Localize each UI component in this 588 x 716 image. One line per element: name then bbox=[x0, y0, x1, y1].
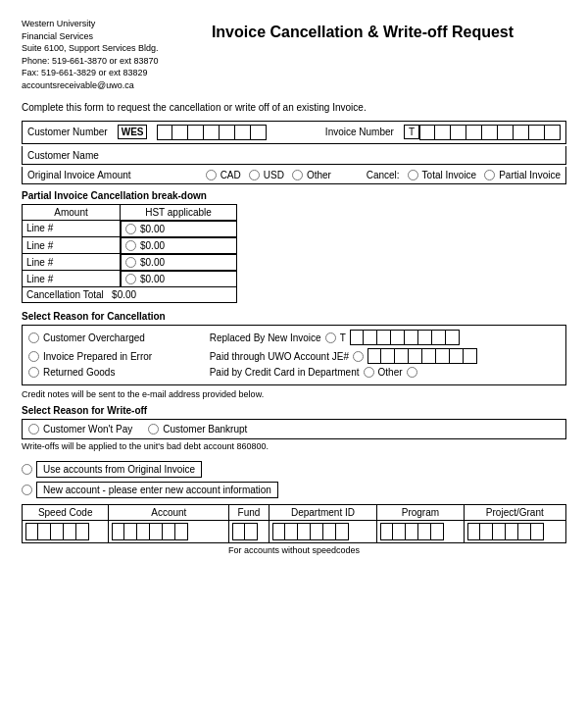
cell[interactable] bbox=[514, 125, 529, 140]
hst-radio[interactable] bbox=[125, 240, 136, 251]
cell[interactable] bbox=[188, 125, 204, 140]
returned-option[interactable]: Returned Goods bbox=[28, 367, 204, 378]
speed-code-cell[interactable] bbox=[23, 521, 109, 543]
cell[interactable] bbox=[432, 330, 446, 345]
hst-radio[interactable] bbox=[125, 257, 136, 268]
je-cells[interactable] bbox=[368, 348, 477, 364]
cell[interactable] bbox=[377, 330, 391, 345]
cell[interactable] bbox=[163, 523, 175, 540]
cell[interactable] bbox=[482, 125, 498, 140]
cell[interactable] bbox=[466, 125, 482, 140]
cell[interactable] bbox=[506, 523, 518, 540]
cell[interactable] bbox=[157, 125, 172, 140]
hst-radio-cell[interactable]: $0.00 bbox=[121, 221, 237, 237]
use-original-option[interactable]: Use accounts from Original Invoice bbox=[22, 461, 566, 478]
cell[interactable] bbox=[422, 348, 436, 364]
other-radio[interactable] bbox=[407, 367, 417, 378]
dept-cell[interactable] bbox=[269, 521, 377, 543]
new-account-option[interactable]: New account - please enter new account i… bbox=[22, 482, 566, 498]
cell[interactable] bbox=[531, 523, 544, 540]
cell[interactable] bbox=[545, 125, 561, 140]
cell[interactable] bbox=[76, 523, 89, 540]
cell[interactable] bbox=[529, 125, 545, 140]
paid-credit-radio[interactable] bbox=[364, 367, 374, 378]
cell[interactable] bbox=[436, 348, 450, 364]
cell[interactable] bbox=[336, 523, 349, 540]
cell[interactable] bbox=[381, 348, 395, 364]
bankrupt-radio[interactable] bbox=[148, 424, 159, 435]
fund-cell[interactable] bbox=[229, 521, 270, 543]
cell[interactable] bbox=[395, 348, 409, 364]
cell[interactable] bbox=[418, 330, 432, 345]
paid-credit-option[interactable]: Paid by Credit Card in Department Other bbox=[210, 367, 560, 378]
cell[interactable] bbox=[498, 125, 514, 140]
usd-radio[interactable] bbox=[249, 170, 260, 180]
cell[interactable] bbox=[323, 523, 336, 540]
total-radio[interactable] bbox=[408, 170, 418, 180]
overcharged-option[interactable]: Customer Overcharged bbox=[28, 332, 204, 343]
cell[interactable] bbox=[204, 125, 220, 140]
cell[interactable] bbox=[25, 523, 38, 540]
cell[interactable] bbox=[112, 523, 124, 540]
cell[interactable] bbox=[446, 330, 460, 345]
cell[interactable] bbox=[393, 523, 406, 540]
bankrupt-option[interactable]: Customer Bankrupt bbox=[148, 424, 247, 435]
invoice-error-radio[interactable] bbox=[28, 351, 39, 362]
cell[interactable] bbox=[364, 330, 377, 345]
cell[interactable] bbox=[467, 523, 480, 540]
cell[interactable] bbox=[172, 125, 188, 140]
cell[interactable] bbox=[251, 125, 267, 140]
customer-number-cells[interactable] bbox=[157, 125, 267, 140]
returned-radio[interactable] bbox=[28, 367, 39, 378]
paid-uwo-option[interactable]: Paid through UWO Account JE# bbox=[210, 348, 560, 364]
cell[interactable] bbox=[245, 523, 258, 540]
cell[interactable] bbox=[124, 523, 137, 540]
cell[interactable] bbox=[409, 348, 422, 364]
new-account-radio[interactable] bbox=[22, 485, 32, 495]
cell[interactable] bbox=[380, 523, 393, 540]
replaced-option[interactable]: Replaced By New Invoice T bbox=[210, 330, 560, 345]
overcharged-radio[interactable] bbox=[28, 332, 39, 343]
cell[interactable] bbox=[518, 523, 531, 540]
cell[interactable] bbox=[220, 125, 235, 140]
paid-uwo-radio[interactable] bbox=[353, 351, 364, 362]
replaced-invoice-cells[interactable] bbox=[350, 330, 460, 345]
cell[interactable] bbox=[419, 125, 435, 140]
hst-radio[interactable] bbox=[125, 224, 136, 234]
cell[interactable] bbox=[480, 523, 493, 540]
cad-radio[interactable] bbox=[206, 170, 217, 180]
invoice-error-option[interactable]: Invoice Prepared in Error bbox=[28, 351, 204, 362]
cancel-total[interactable]: Total Invoice bbox=[408, 170, 477, 180]
cell[interactable] bbox=[150, 523, 163, 540]
cell[interactable] bbox=[350, 330, 364, 345]
cell[interactable] bbox=[175, 523, 188, 540]
cell[interactable] bbox=[431, 523, 444, 540]
cell[interactable] bbox=[64, 523, 76, 540]
cell[interactable] bbox=[418, 523, 431, 540]
cell[interactable] bbox=[405, 330, 418, 345]
cell[interactable] bbox=[311, 523, 323, 540]
cell[interactable] bbox=[298, 523, 311, 540]
cell[interactable] bbox=[38, 523, 51, 540]
cell[interactable] bbox=[272, 523, 285, 540]
cell[interactable] bbox=[435, 125, 451, 140]
hst-radio-cell[interactable]: $0.00 bbox=[121, 254, 237, 271]
cell[interactable] bbox=[51, 523, 64, 540]
replaced-radio[interactable] bbox=[325, 332, 336, 343]
cell[interactable] bbox=[235, 125, 251, 140]
currency-other[interactable]: Other bbox=[292, 170, 331, 180]
hst-radio-cell[interactable]: $0.00 bbox=[121, 271, 237, 287]
account-cell[interactable] bbox=[109, 521, 229, 543]
cell[interactable] bbox=[406, 523, 418, 540]
use-original-radio[interactable] bbox=[22, 464, 32, 475]
cell[interactable] bbox=[493, 523, 506, 540]
grant-cell[interactable] bbox=[464, 521, 565, 543]
hst-radio[interactable] bbox=[125, 274, 136, 284]
hst-radio-cell[interactable]: $0.00 bbox=[121, 237, 237, 254]
currency-cad[interactable]: CAD bbox=[206, 170, 241, 180]
cancel-partial[interactable]: Partial Invoice bbox=[484, 170, 561, 180]
invoice-number-cells[interactable] bbox=[419, 125, 561, 140]
cell[interactable] bbox=[137, 523, 150, 540]
currency-usd[interactable]: USD bbox=[249, 170, 284, 180]
cell[interactable] bbox=[464, 348, 477, 364]
